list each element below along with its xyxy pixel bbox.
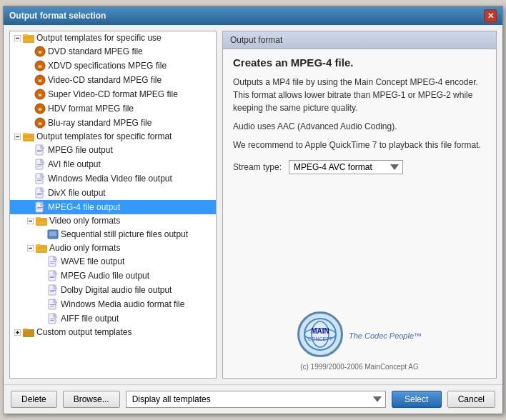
format-description1: Outputs a MP4 file by using the Main Con… [233, 76, 486, 114]
display-templates-select[interactable]: Display all templatesDisplay templates [126, 391, 386, 408]
tree-item-root3[interactable]: Custom output templates [10, 326, 216, 339]
svg-text:M: M [39, 64, 42, 69]
file-icon [34, 187, 46, 199]
tree-item-root2[interactable]: Output templates for specific format [10, 130, 216, 143]
tree-item-vcd[interactable]: M Video-CD standard MPEG file [10, 73, 216, 87]
content-area: Output templates for specific use M DVD … [4, 25, 502, 384]
svg-rect-24 [37, 151, 41, 152]
file-icon [47, 284, 59, 296]
window-title: Output format selection [9, 11, 106, 21]
file-icon: M [34, 74, 46, 86]
stream-type-select[interactable]: MPEG-4 AVC formatMPEG-4 formatMPEG-4 ASP… [289, 160, 403, 174]
svg-rect-58 [50, 291, 54, 292]
file-icon [47, 270, 59, 281]
file-icon [34, 173, 46, 184]
svg-text:CONCEPT: CONCEPT [308, 336, 333, 341]
item-label: WAVE file output [61, 256, 124, 266]
item-label: Video only formats [49, 216, 120, 226]
copyright-text: (c) 1999/2000-2006 MainConcept AG [300, 363, 419, 371]
item-label: DivX file output [48, 188, 106, 198]
svg-rect-32 [37, 193, 43, 194]
tree-item-audio-only[interactable]: Audio only formats [10, 241, 216, 254]
svg-rect-51 [50, 261, 56, 262]
item-label: Audio only formats [49, 243, 120, 253]
display-templates-wrapper: Display all templatesDisplay templates [126, 391, 386, 408]
tree-item-wmv[interactable]: Windows Media Video file output [10, 171, 216, 186]
right-panel: Output format Creates an MPEG-4 file. Ou… [222, 31, 497, 379]
svg-rect-30 [37, 180, 41, 181]
item-label: Blu-ray standard MPEG file [48, 118, 152, 128]
main-window: Output format selection ✕ Output templat… [3, 6, 503, 414]
expand-icon[interactable] [26, 216, 34, 225]
file-icon [47, 299, 59, 310]
tree-item-hdv[interactable]: M HDV format MPEG file [10, 101, 216, 116]
svg-rect-63 [50, 319, 56, 319]
svg-rect-40 [36, 217, 41, 219]
tree-item-dolby[interactable]: Dolby Digital audio file output [10, 283, 216, 297]
tree-item-bluray[interactable]: M Blu-ray standard MPEG file [10, 116, 216, 130]
tree-item-mp4[interactable]: MPEG-4 file output [10, 200, 216, 214]
file-icon: M [34, 46, 46, 57]
svg-rect-26 [37, 164, 43, 165]
logo-area: MAIN CONCEPT The Codec People™ (c) 1999/… [223, 304, 496, 378]
file-icon: M [34, 117, 46, 129]
item-label: Custom output templates [36, 327, 132, 337]
tree-item-dvd[interactable]: M DVD standard MPEG file [10, 44, 216, 59]
item-label: Windows Media Video file output [48, 174, 172, 184]
expand-icon[interactable] [13, 34, 21, 42]
tree-item-still[interactable]: Sequential still picture files output [10, 227, 216, 241]
folder-icon [36, 243, 47, 253]
folder-icon [23, 33, 34, 43]
format-title: Creates an MPEG-4 file. [233, 56, 486, 69]
svg-rect-55 [50, 277, 54, 278]
tree-item-divx[interactable]: DivX file output [10, 186, 216, 200]
svg-rect-52 [50, 263, 54, 264]
file-icon [34, 159, 46, 170]
svg-text:M: M [39, 79, 42, 83]
file-icon [47, 313, 59, 324]
tree-item-mpeg[interactable]: MPEG file output [10, 143, 216, 157]
tree-item-aiff[interactable]: AIFF file output [10, 311, 216, 326]
tree-item-root1[interactable]: Output templates for specific use [10, 31, 216, 44]
svg-rect-36 [37, 209, 41, 209]
item-label: Dolby Digital audio file output [61, 285, 172, 295]
svg-rect-60 [50, 304, 56, 305]
cancel-button[interactable]: Cancel [447, 391, 495, 408]
folder-icon [36, 216, 47, 226]
svg-text:M: M [39, 50, 42, 54]
title-bar: Output format selection ✕ [4, 6, 502, 25]
item-label: DVD standard MPEG file [48, 46, 143, 56]
svg-rect-64 [50, 320, 54, 321]
expand-icon[interactable] [13, 132, 21, 141]
tree-item-avi[interactable]: AVI file output [10, 157, 216, 171]
tree-item-wma[interactable]: Windows Media audio format file [10, 297, 216, 311]
browse-button[interactable]: Browse... [63, 391, 120, 408]
file-icon [47, 256, 59, 267]
expand-icon[interactable] [26, 244, 34, 252]
stream-type-row: Stream type: MPEG-4 AVC formatMPEG-4 for… [233, 160, 486, 174]
item-label: Video-CD standard MPEG file [48, 75, 162, 85]
tree-item-video-only[interactable]: Video only formats [10, 214, 216, 227]
svg-text:MAIN: MAIN [311, 327, 329, 335]
item-label: Windows Media audio format file [61, 299, 184, 309]
tree-item-xdvd[interactable]: M XDVD specifications MPEG file [10, 59, 216, 73]
svg-rect-3 [23, 34, 28, 36]
tree-item-svcd[interactable]: M Super Video-CD format MPEG file [10, 87, 216, 101]
file-icon: M [34, 89, 46, 100]
tree-item-wave[interactable]: WAVE file output [10, 254, 216, 269]
expand-icon[interactable] [13, 328, 21, 336]
item-label: MPEG-4 file output [48, 202, 120, 212]
item-label: Sequential still picture files output [61, 229, 188, 239]
file-icon [47, 229, 59, 240]
tree-item-mpeg-audio[interactable]: MPEG Audio file output [10, 269, 216, 283]
item-label: Output templates for specific format [36, 131, 172, 141]
svg-rect-20 [23, 133, 28, 135]
file-icon: M [34, 60, 46, 71]
item-label: AVI file output [48, 159, 101, 169]
close-button[interactable]: ✕ [484, 9, 497, 22]
logo-tagline: The Codec People™ [349, 331, 422, 340]
svg-rect-27 [37, 166, 41, 166]
delete-button[interactable]: Delete [11, 391, 57, 408]
svg-rect-54 [50, 276, 56, 276]
select-button[interactable]: Select [392, 391, 442, 408]
